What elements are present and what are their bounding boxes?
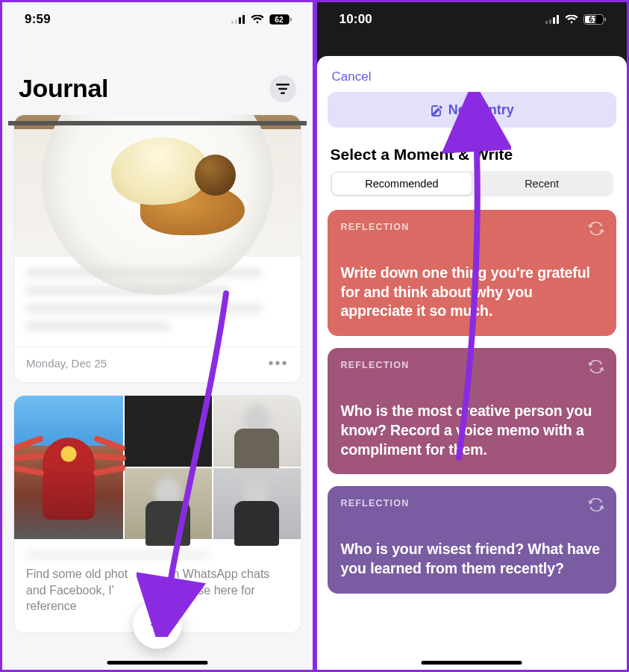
journal-header: Journal [2, 37, 313, 115]
status-right: 61 [545, 14, 606, 25]
svg-rect-15 [557, 15, 559, 24]
prompt-text: Write down one thing you're grateful for… [341, 264, 604, 321]
cancel-button[interactable]: Cancel [328, 66, 617, 92]
page-title: Journal [19, 74, 108, 103]
status-bar: 9:59 62 [2, 2, 313, 37]
svg-rect-12 [545, 21, 548, 24]
compose-sheet: Cancel New Entry Select a Moment & Write… [317, 56, 628, 670]
grid-photo [213, 468, 301, 539]
refresh-icon[interactable] [586, 219, 606, 238]
refresh-icon[interactable] [586, 495, 606, 514]
status-right: 62 [231, 14, 292, 25]
svg-rect-9 [278, 87, 287, 89]
reflection-prompt-card[interactable]: REFLECTION Write down one thing you're g… [328, 210, 617, 336]
photo-grid [14, 396, 301, 539]
new-entry-fab[interactable]: + [133, 600, 182, 649]
tab-recent[interactable]: Recent [472, 172, 612, 195]
prompt-category: REFLECTION [341, 498, 604, 508]
journal-entry-card[interactable]: Monday, Dec 25 ••• [14, 115, 301, 382]
svg-text:61: 61 [589, 16, 598, 24]
grid-photo [213, 396, 301, 467]
prompt-category: REFLECTION [341, 360, 604, 370]
compose-icon [430, 103, 444, 117]
status-bar: 10:00 61 [317, 2, 628, 37]
svg-rect-19 [604, 18, 606, 22]
cellular-icon [231, 15, 245, 24]
grid-photo [14, 396, 123, 539]
new-entry-sheet-screen: 10:00 61 Cancel New Entry Select a Momen… [315, 0, 630, 672]
prompt-text: Who is the most creative person you know… [341, 402, 604, 459]
entry-photo [14, 115, 301, 257]
journal-feed[interactable]: Monday, Dec 25 ••• [2, 115, 313, 670]
svg-rect-2 [239, 17, 241, 24]
moment-tabs: Recommended Recent [331, 171, 614, 196]
entry-text-blurred [14, 257, 301, 346]
suggestion-card[interactable]: Find some old photm WhatsApp chats and F… [14, 396, 301, 632]
prompt-category: REFLECTION [341, 222, 604, 232]
home-indicator[interactable] [107, 661, 207, 665]
svg-text:62: 62 [275, 16, 284, 24]
status-time: 9:59 [25, 12, 51, 27]
filter-icon [276, 84, 290, 94]
svg-rect-8 [276, 84, 290, 85]
entry-more-button[interactable]: ••• [268, 355, 288, 372]
refresh-icon[interactable] [586, 357, 606, 376]
tab-recommended[interactable]: Recommended [332, 172, 472, 195]
reflection-prompt-card[interactable]: REFLECTION Who is your wisest friend? Wh… [328, 486, 617, 593]
wifi-icon [251, 15, 264, 24]
battery-icon: 61 [583, 14, 606, 25]
svg-rect-13 [549, 19, 551, 24]
grid-photo [125, 468, 212, 539]
svg-rect-0 [231, 21, 234, 24]
section-title: Select a Moment & Write [328, 146, 617, 171]
svg-rect-3 [242, 15, 245, 24]
grid-photo [125, 396, 212, 467]
svg-rect-1 [235, 19, 237, 24]
wifi-icon [565, 15, 578, 24]
plus-icon: + [150, 612, 165, 637]
new-entry-button[interactable]: New Entry [328, 92, 617, 128]
svg-rect-14 [553, 17, 555, 24]
home-indicator[interactable] [422, 661, 522, 665]
battery-icon: 62 [269, 14, 292, 25]
prompt-text: Who is your wisest friend? What have you… [341, 540, 604, 578]
reflection-prompt-card[interactable]: REFLECTION Who is the most creative pers… [328, 348, 617, 474]
svg-rect-10 [281, 92, 285, 93]
entry-date: Monday, Dec 25 [26, 357, 107, 370]
svg-rect-7 [290, 18, 292, 22]
status-time: 10:00 [339, 12, 372, 27]
cellular-icon [545, 15, 560, 24]
new-entry-label: New Entry [448, 102, 514, 118]
journal-home-screen: 9:59 62 Journal [0, 0, 315, 672]
filter-button[interactable] [269, 75, 296, 102]
